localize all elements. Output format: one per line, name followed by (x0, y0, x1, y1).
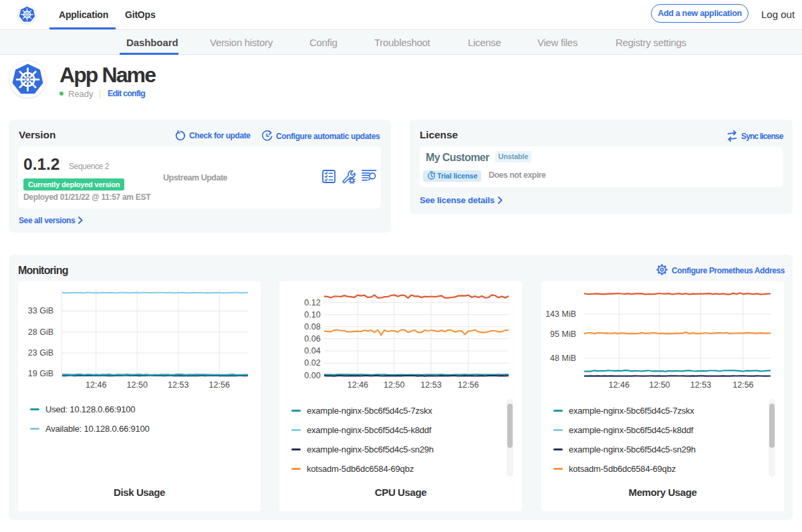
svg-text:12:50: 12:50 (127, 380, 148, 390)
svg-text:12:56: 12:56 (209, 380, 230, 390)
svg-text:0.00: 0.00 (304, 371, 320, 380)
svg-text:0.10: 0.10 (304, 310, 320, 319)
svg-text:12:46: 12:46 (609, 380, 630, 390)
svg-text:0.02: 0.02 (304, 358, 320, 368)
svg-text:12:56: 12:56 (458, 380, 479, 390)
svg-text:28 GiB: 28 GiB (28, 327, 53, 337)
svg-text:12:50: 12:50 (384, 380, 404, 390)
svg-text:143 MiB: 143 MiB (545, 309, 576, 319)
svg-text:48 MiB: 48 MiB (550, 354, 576, 363)
svg-text:12:46: 12:46 (86, 380, 106, 390)
svg-text:12:53: 12:53 (690, 380, 711, 390)
svg-text:0.08: 0.08 (304, 322, 320, 331)
svg-text:33 GiB: 33 GiB (28, 306, 53, 315)
svg-text:0.06: 0.06 (304, 334, 320, 344)
svg-text:0.12: 0.12 (304, 298, 320, 307)
svg-text:19 GiB: 19 GiB (28, 369, 53, 378)
svg-text:23 GiB: 23 GiB (28, 348, 53, 358)
svg-text:12:56: 12:56 (732, 380, 753, 390)
svg-text:12:53: 12:53 (420, 380, 441, 390)
svg-text:12:50: 12:50 (649, 380, 670, 390)
svg-text:12:46: 12:46 (348, 380, 368, 390)
svg-text:95 MiB: 95 MiB (550, 329, 576, 339)
svg-text:0.04: 0.04 (304, 346, 320, 356)
svg-text:12:53: 12:53 (168, 380, 188, 390)
